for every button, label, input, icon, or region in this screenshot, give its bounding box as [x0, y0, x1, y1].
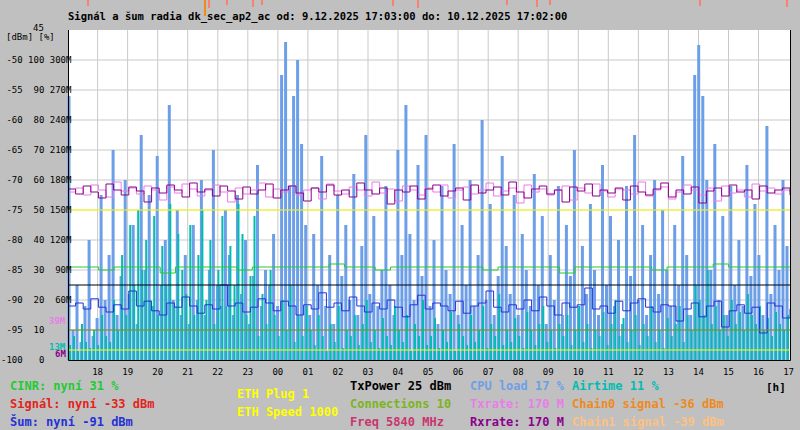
y-axis-row: -70 60 180M [1, 175, 71, 185]
x-tick-label: 16 [745, 367, 773, 377]
legend-entry: TxPower 25 dBm [350, 377, 451, 395]
x-tick-label: 03 [354, 367, 382, 377]
legend-column-eth: ETH Plug 1ETH Speed 1000 [237, 385, 338, 421]
y-axis-row: -55 90 270M [1, 85, 71, 95]
x-tick-label: 22 [204, 367, 232, 377]
x-tick-label: 15 [715, 367, 743, 377]
y-axis-unit-label: [dBm] [%] [6, 32, 55, 42]
y-axis-row: -80 40 120M [1, 235, 71, 245]
x-tick-label: 21 [174, 367, 202, 377]
y-axis-row: -65 70 210M [1, 145, 71, 155]
legend-entry: Rxrate: 170 M [470, 413, 564, 430]
legend-column-radio-params: TxPower 25 dBmConnections 10Freq 5840 MH… [350, 377, 451, 430]
legend-entry: Txrate: 170 M [470, 395, 564, 413]
legend-entry: CINR: nyní 31 % [10, 377, 155, 395]
legend-entry: Signál: nyní -33 dBm [10, 395, 155, 413]
rate-mini-tick-39M: 39M [49, 316, 65, 326]
x-tick-label: 13 [654, 367, 682, 377]
x-tick-label: 12 [624, 367, 652, 377]
x-tick-label: 08 [504, 367, 532, 377]
x-tick-label: 06 [444, 367, 472, 377]
y-axis-row: -95 10 [1, 325, 44, 335]
x-axis-unit-label: [h] [766, 381, 786, 394]
x-tick-label: 17 [775, 367, 800, 377]
x-tick-label: 09 [534, 367, 562, 377]
legend-column-chains: Airtime 11 %Chain0 signal -36 dBmChain1 … [572, 377, 724, 430]
legend-entry: Šum: nyní -91 dBm [10, 413, 155, 430]
y-axis-row: -100 0 [1, 355, 44, 365]
y-axis-row: -60 80 240M [1, 115, 71, 125]
x-tick-label: 11 [594, 367, 622, 377]
y-axis-row: -90 20 60M [1, 295, 71, 305]
x-tick-label: 02 [324, 367, 352, 377]
legend-entry: ETH Plug 1 [237, 385, 338, 403]
legend-column-system: CPU load 17 %Txrate: 170 MRxrate: 170 M [470, 377, 564, 430]
x-tick-label: 00 [264, 367, 292, 377]
y-axis-row: -85 30 90M [1, 265, 71, 275]
y-axis-row: -75 50 150M [1, 205, 71, 215]
x-tick-label: 04 [384, 367, 412, 377]
legend-entry: CPU load 17 % [470, 377, 564, 395]
x-tick-label: 19 [114, 367, 142, 377]
legend-entry: ETH Speed 1000 [237, 403, 338, 421]
legend-entry: Chain0 signal -36 dBm [572, 395, 724, 413]
legend-column-radio-now: CINR: nyní 31 %Signál: nyní -33 dBmŠum: … [10, 377, 155, 430]
x-tick-label: 14 [684, 367, 712, 377]
rrd-signal-noise-graph: Signál a šum radia dk_sec_ap2_ac od: 9.1… [0, 0, 800, 430]
x-tick-label: 07 [474, 367, 502, 377]
legend-entry: Chain1 signal -39 dBm [572, 413, 724, 430]
x-tick-label: 01 [294, 367, 322, 377]
y-axis-row: -50 100 300M [1, 55, 71, 65]
legend-entry: Airtime 11 % [572, 377, 724, 395]
x-tick-label: 05 [414, 367, 442, 377]
chart-plot [0, 0, 800, 430]
x-tick-label: 18 [84, 367, 112, 377]
x-tick-label: 20 [144, 367, 172, 377]
x-tick-label: 10 [564, 367, 592, 377]
legend-entry: Freq 5840 MHz [350, 413, 451, 430]
graph-title: Signál a šum radia dk_sec_ap2_ac od: 9.1… [68, 10, 567, 22]
rate-mini-tick-6M: 6M [55, 349, 66, 359]
x-tick-label: 23 [234, 367, 262, 377]
legend-entry: Connections 10 [350, 395, 451, 413]
